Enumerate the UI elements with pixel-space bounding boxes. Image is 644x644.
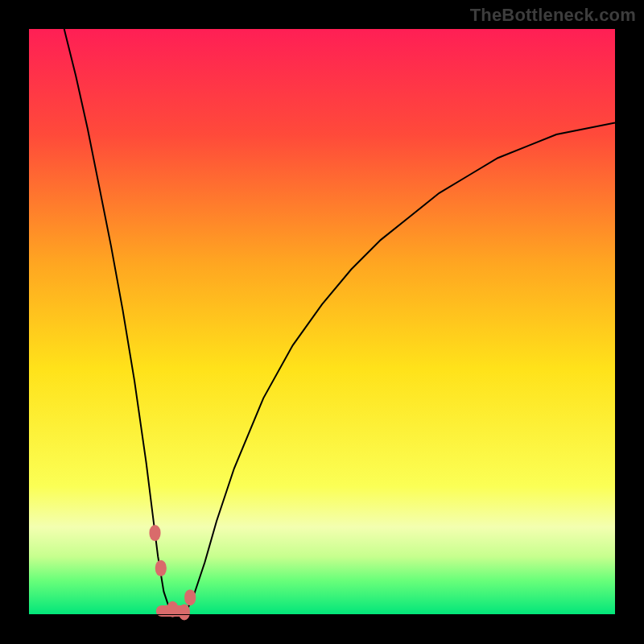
- bottleneck-curve: [64, 29, 615, 615]
- curve-marker: [184, 589, 196, 605]
- curve-marker: [150, 525, 161, 541]
- chart-svg: [29, 29, 615, 615]
- plot-area: [29, 29, 615, 615]
- watermark-text: TheBottleneck.com: [470, 5, 636, 26]
- curve-marker: [155, 560, 167, 576]
- outer-frame: TheBottleneck.com: [0, 0, 644, 644]
